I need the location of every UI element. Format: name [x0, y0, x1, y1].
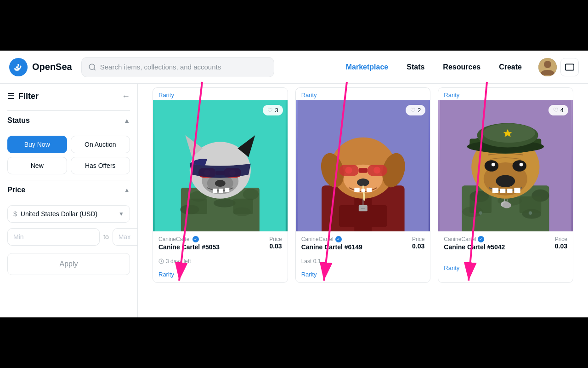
- svg-rect-53: [520, 196, 542, 213]
- card-image-wrapper-3: ♡ 4: [438, 100, 573, 231]
- card-name-3: Canine Cartel #5042: [444, 243, 505, 251]
- verified-badge-1: ✓: [192, 236, 199, 242]
- nav-resources[interactable]: Resources: [435, 59, 488, 75]
- logo-link[interactable]: OpenSea: [9, 58, 72, 76]
- price-range-inputs: to: [7, 228, 130, 246]
- price-value-2: 0.03: [412, 242, 424, 250]
- nft-image-3: [438, 100, 573, 231]
- price-section-header[interactable]: Price ▲: [7, 180, 130, 200]
- svg-point-38: [345, 167, 352, 173]
- card-name-2: Canine Cartel #6149: [301, 243, 362, 251]
- currency-dollar-icon: $: [13, 210, 17, 218]
- svg-rect-72: [500, 189, 505, 193]
- filter-title: Filter: [18, 92, 39, 101]
- svg-rect-44: [367, 188, 372, 192]
- new-button[interactable]: New: [7, 157, 67, 174]
- card-collection-2: CanineCartel ✓: [301, 236, 362, 242]
- svg-point-39: [373, 167, 380, 173]
- nav-stats[interactable]: Stats: [399, 59, 432, 75]
- filter-close-button[interactable]: ←: [122, 92, 130, 101]
- price-min-input[interactable]: [7, 228, 100, 246]
- svg-point-0: [89, 64, 95, 69]
- main-nav: Marketplace Stats Resources Create: [339, 59, 529, 75]
- svg-rect-23: [219, 189, 223, 193]
- svg-rect-22: [213, 189, 217, 193]
- svg-rect-3: [565, 64, 574, 70]
- svg-point-8: [243, 189, 259, 200]
- last-sale-2: Last 0.1: [301, 258, 321, 264]
- sidebar: ☰ Filter ← Status ▲ Buy Now On Auction N…: [0, 84, 138, 317]
- nft-grid: Rarity: [138, 84, 588, 287]
- apply-button[interactable]: Apply: [7, 253, 130, 275]
- card-price-area-1: Price 0.03: [269, 236, 282, 250]
- svg-rect-43: [361, 189, 365, 192]
- svg-rect-71: [492, 188, 498, 193]
- status-chevron-icon: ▲: [124, 117, 130, 124]
- svg-rect-11: [187, 199, 207, 214]
- price-label-2: Price: [412, 236, 424, 242]
- filter-icon: ☰: [7, 91, 15, 101]
- heart-icon-2: ♡: [410, 107, 416, 114]
- svg-rect-74: [514, 188, 520, 193]
- card-name-1: Canine Cartel #5053: [158, 243, 220, 251]
- price-value-1: 0.03: [269, 242, 282, 250]
- svg-rect-37: [358, 168, 367, 172]
- svg-point-63: [492, 163, 495, 167]
- svg-point-62: [513, 160, 526, 172]
- rarity-link-bottom-1[interactable]: Rarity: [153, 269, 288, 282]
- buy-now-button[interactable]: Buy Now: [7, 136, 67, 153]
- status-section-title: Status: [7, 116, 30, 125]
- verified-badge-2: ✓: [335, 236, 342, 242]
- search-bar[interactable]: [81, 57, 274, 77]
- time-left-1: 3 days left: [158, 258, 191, 264]
- card-info-3: CanineCartel ✓ Canine Cartel #5042 Price…: [438, 231, 573, 255]
- like-badge-3[interactable]: ♡ 4: [548, 105, 568, 115]
- nft-card-3[interactable]: Rarity: [438, 87, 573, 283]
- rarity-link-top-3[interactable]: Rarity: [438, 88, 573, 100]
- currency-selector[interactable]: $ United States Dollar (USD) ▼: [7, 205, 130, 223]
- rarity-link-top-2[interactable]: Rarity: [296, 88, 430, 100]
- main-content: ☰ Filter ← Status ▲ Buy Now On Auction N…: [0, 84, 588, 317]
- nft-card-1[interactable]: Rarity: [153, 87, 288, 283]
- wallet-button[interactable]: [560, 58, 579, 76]
- svg-point-54: [479, 211, 483, 215]
- svg-point-60: [496, 175, 515, 187]
- nav-create[interactable]: Create: [492, 59, 529, 75]
- verified-badge-3: ✓: [478, 236, 484, 242]
- search-input[interactable]: [100, 63, 267, 71]
- nft-image-1: [153, 100, 288, 231]
- card-collection-3: CanineCartel ✓: [444, 236, 505, 242]
- svg-point-64: [520, 163, 523, 167]
- status-buttons-group: Buy Now On Auction New Has Offers: [7, 136, 130, 174]
- rarity-link-top-1[interactable]: Rarity: [153, 88, 288, 100]
- price-section: Price ▲ $ United States Dollar (USD) ▼ t…: [7, 180, 130, 275]
- currency-label: United States Dollar (USD): [21, 210, 115, 218]
- svg-point-61: [485, 160, 498, 172]
- on-auction-button[interactable]: On Auction: [71, 136, 130, 153]
- card-image-wrapper-2: ♡ 2: [296, 100, 430, 231]
- svg-rect-52: [470, 196, 492, 213]
- svg-rect-30: [358, 205, 367, 211]
- svg-point-57: [503, 202, 511, 208]
- heart-icon-1: ♡: [267, 107, 273, 114]
- price-to-label: to: [103, 233, 109, 241]
- like-badge-1[interactable]: ♡ 3: [263, 105, 283, 115]
- like-badge-2[interactable]: ♡ 2: [406, 105, 425, 115]
- svg-rect-73: [507, 189, 512, 193]
- logo-text: OpenSea: [32, 62, 72, 72]
- card-price-area-2: Price 0.03: [412, 236, 424, 250]
- price-chevron-icon: ▲: [124, 186, 130, 194]
- filter-title-area: ☰ Filter: [7, 91, 39, 101]
- card-collection-1: CanineCartel ✓: [158, 236, 220, 242]
- status-section-header[interactable]: Status ▲: [7, 110, 130, 130]
- price-section-title: Price: [7, 186, 25, 194]
- svg-rect-24: [225, 188, 230, 192]
- rarity-link-bottom-2[interactable]: Rarity: [296, 269, 430, 282]
- nav-marketplace[interactable]: Marketplace: [339, 59, 396, 75]
- rarity-link-bottom-3[interactable]: Rarity: [438, 263, 573, 276]
- user-avatar[interactable]: [538, 58, 557, 76]
- price-max-input[interactable]: [113, 228, 138, 246]
- card-info-1: CanineCartel ✓ Canine Cartel #5053 Price…: [153, 231, 288, 255]
- has-offers-button[interactable]: Has Offers: [71, 157, 130, 174]
- nft-card-2[interactable]: Rarity: [295, 87, 431, 283]
